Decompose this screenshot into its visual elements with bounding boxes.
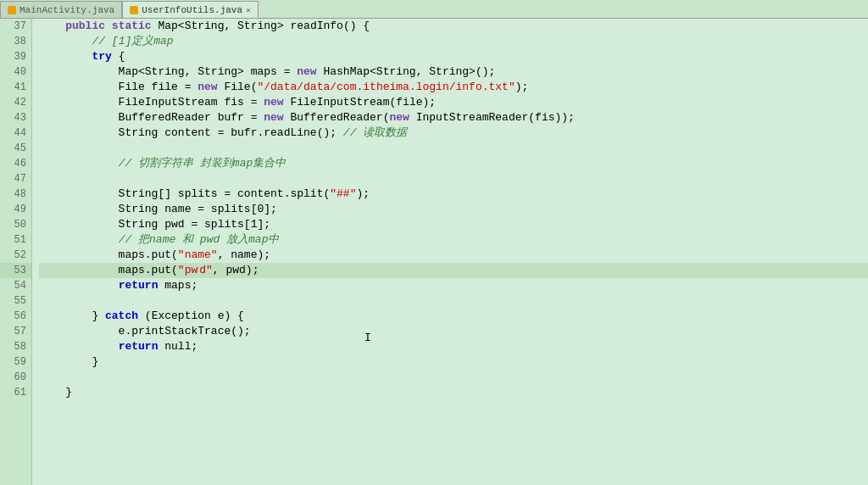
code-line-45	[39, 141, 868, 156]
code-line-60	[39, 370, 868, 385]
code-line-56: } catch (Exception e) {	[39, 309, 868, 324]
code-line-59: }	[39, 354, 868, 370]
code-line-44: String content = bufr.readLine(); // 读取数…	[39, 125, 868, 141]
code-line-50: String pwd = splits[1];	[39, 217, 868, 232]
ln-57: 57	[0, 324, 31, 339]
ln-41: 41	[0, 80, 31, 95]
ln-48: 48	[0, 187, 31, 202]
ln-59: 59	[0, 354, 31, 370]
code-line-58: return null;	[39, 339, 868, 354]
ln-39: 39	[0, 49, 31, 64]
ln-55: 55	[0, 293, 31, 309]
ln-37: 37	[0, 19, 31, 34]
ln-43: 43	[0, 110, 31, 125]
line-numbers: 37 38 39 40 41 42 43 44 45 46 47 48 49 5…	[0, 19, 32, 485]
ln-40: 40	[0, 64, 31, 80]
tab-userinfoutil[interactable]: UserInfoUtils.java ✕	[122, 1, 259, 18]
tab-mainactivity[interactable]: MainActivity.java	[0, 1, 122, 18]
code-line-48: String[] splits = content.split("##");	[39, 187, 868, 202]
ln-53: 53	[0, 263, 31, 278]
editor-container: 37 38 39 40 41 42 43 44 45 46 47 48 49 5…	[0, 19, 868, 485]
ln-44: 44	[0, 125, 31, 141]
code-line-53: maps.put("pwd", pwd);	[39, 263, 868, 278]
code-line-39: try {	[39, 49, 868, 64]
code-line-37: public static Map<String, String> readIn…	[39, 19, 868, 34]
code-line-52: maps.put("name", name);	[39, 248, 868, 263]
ln-56: 56	[0, 309, 31, 324]
code-line-42: FileInputStream fis = new FileInputStrea…	[39, 95, 868, 110]
code-line-43: BufferedReader bufr = new BufferedReader…	[39, 110, 868, 125]
ln-50: 50	[0, 217, 31, 232]
code-line-38: // [1]定义map	[39, 34, 868, 49]
ln-51: 51	[0, 232, 31, 248]
tab-close-button[interactable]: ✕	[246, 5, 251, 15]
code-line-61: }	[39, 385, 868, 400]
code-line-51: // 把name 和 pwd 放入map中	[39, 232, 868, 248]
ln-52: 52	[0, 248, 31, 263]
code-line-49: String name = splits[0];	[39, 202, 868, 217]
ln-60: 60	[0, 370, 31, 385]
ln-54: 54	[0, 278, 31, 293]
ln-47: 47	[0, 171, 31, 187]
code-line-40: Map<String, String> maps = new HashMap<S…	[39, 64, 868, 80]
code-area[interactable]: public static Map<String, String> readIn…	[32, 19, 868, 485]
ln-58: 58	[0, 339, 31, 354]
ln-42: 42	[0, 95, 31, 110]
tab-bar: MainActivity.java UserInfoUtils.java ✕	[0, 0, 868, 19]
code-line-55	[39, 293, 868, 309]
code-line-46: // 切割字符串 封装到map集合中	[39, 156, 868, 171]
ln-46: 46	[0, 156, 31, 171]
code-line-41: File file = new File("/data/data/com.ith…	[39, 80, 868, 95]
java-icon-2	[130, 6, 138, 14]
tab-userinfoutil-label: UserInfoUtils.java	[142, 5, 242, 15]
code-line-47	[39, 171, 868, 187]
ln-49: 49	[0, 202, 31, 217]
ln-61: 61	[0, 385, 31, 400]
tab-mainactivity-label: MainActivity.java	[19, 5, 114, 15]
code-line-54: return maps;	[39, 278, 868, 293]
ln-45: 45	[0, 141, 31, 156]
java-icon	[8, 6, 16, 14]
code-line-57: e.printStackTrace();	[39, 324, 868, 339]
ln-38: 38	[0, 34, 31, 49]
